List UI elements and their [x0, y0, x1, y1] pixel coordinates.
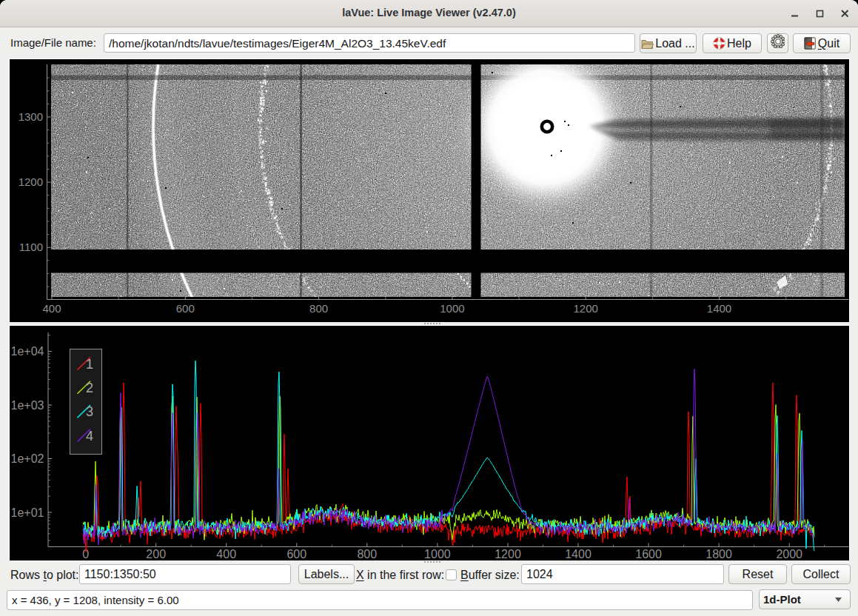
svg-text:600: 600 [176, 302, 195, 315]
svg-text:1200: 1200 [495, 548, 521, 560]
svg-text:2000: 2000 [776, 548, 802, 560]
svg-text:1100: 1100 [19, 241, 43, 253]
svg-text:200: 200 [146, 548, 166, 560]
svg-text:1300: 1300 [19, 110, 43, 123]
svg-text:1e+04: 1e+04 [11, 345, 44, 358]
svg-text:1000: 1000 [440, 302, 464, 315]
svg-text:800: 800 [309, 302, 328, 315]
svg-text:2: 2 [86, 381, 93, 395]
svg-text:1400: 1400 [707, 302, 731, 315]
svg-text:1200: 1200 [574, 302, 598, 315]
svg-text:1400: 1400 [565, 548, 591, 560]
svg-text:1200: 1200 [19, 175, 43, 188]
svg-text:600: 600 [286, 548, 306, 560]
svg-text:1600: 1600 [635, 548, 662, 560]
svg-text:1800: 1800 [705, 548, 732, 560]
svg-text:1e+01: 1e+01 [11, 506, 44, 519]
svg-text:800: 800 [357, 548, 377, 560]
svg-text:1e+03: 1e+03 [11, 399, 44, 412]
svg-text:1: 1 [86, 357, 93, 372]
svg-text:400: 400 [42, 302, 61, 315]
svg-text:400: 400 [216, 548, 236, 560]
svg-text:1e+02: 1e+02 [11, 452, 44, 465]
svg-text:3: 3 [86, 404, 93, 419]
svg-text:4: 4 [86, 429, 93, 443]
svg-text:1000: 1000 [424, 548, 451, 560]
